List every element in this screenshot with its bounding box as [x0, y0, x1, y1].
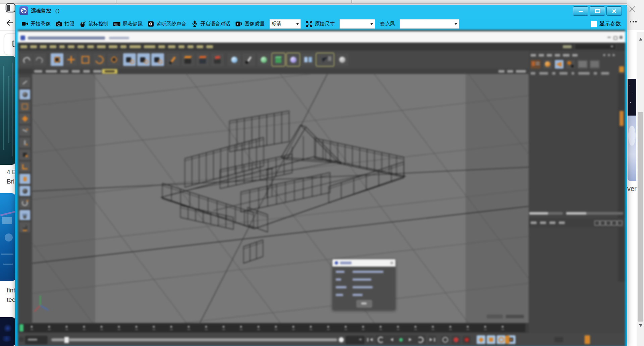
blurred-ui-element — [292, 326, 294, 328]
dropdown-arrow-icon — [369, 19, 375, 28]
c4d-app-icon — [20, 36, 25, 40]
frame-slider-thumb — [64, 337, 69, 343]
blurred-ui-element — [310, 329, 312, 330]
blurred-ui-element — [48, 329, 51, 330]
blurred-ui-element — [607, 37, 611, 38]
close-icon — [612, 9, 616, 13]
blurred-ui-element — [359, 339, 362, 340]
blurred-ui-element — [19, 337, 24, 342]
blurred-ui-element — [135, 329, 138, 330]
blurred-ui-element — [83, 329, 86, 330]
blurred-ui-element — [223, 326, 224, 328]
blurred-ui-element — [397, 329, 399, 330]
goto-start-button — [366, 336, 374, 344]
scrollbar-thumb[interactable] — [638, 112, 643, 322]
blurred-ui-element — [20, 53, 33, 66]
blurred-ui-element — [531, 54, 536, 57]
result-thumbnail[interactable] — [0, 56, 15, 165]
c4d-right-panel — [529, 51, 625, 333]
blurred-ui-element — [20, 45, 27, 48]
blurred-ui-element — [228, 53, 240, 66]
more-options-icon[interactable] — [630, 21, 631, 22]
blurred-ui-element — [554, 337, 563, 342]
blurred-ui-element — [600, 220, 605, 226]
blurred-ui-element — [118, 329, 120, 330]
blurred-ui-element — [539, 54, 544, 57]
keyframe-button — [487, 335, 495, 344]
blurred-ui-element — [151, 53, 164, 66]
show-params-toggle[interactable]: 显示参数 — [591, 20, 621, 27]
voice-chat-button[interactable]: 开启语音对话 — [191, 20, 230, 27]
blurred-ui-element — [211, 53, 224, 66]
video-camera-icon — [21, 20, 29, 27]
prev-frame-button — [387, 336, 395, 344]
blurred-ui-element — [153, 326, 155, 328]
blurred-ui-element — [197, 45, 203, 48]
blurred-ui-element — [379, 329, 382, 330]
size-select[interactable] — [339, 19, 375, 29]
blurred-ui-element — [531, 72, 535, 75]
blurred-ui-element — [620, 36, 623, 39]
scroll-up-icon[interactable] — [639, 36, 642, 41]
browser-sidebar-icon[interactable] — [5, 3, 16, 13]
back-arrow-icon[interactable] — [5, 17, 16, 28]
remote-window-titlebar[interactable]: 远程监控 （） — [15, 5, 627, 16]
take-photo-button[interactable]: 拍照 — [55, 20, 74, 27]
blurred-ui-element — [559, 221, 565, 224]
blurred-ui-element — [275, 329, 277, 330]
start-recording-button[interactable]: 开始录像 — [21, 20, 51, 27]
blurred-ui-element — [547, 54, 552, 57]
more-options-icon[interactable] — [635, 21, 637, 22]
microphone-select[interactable] — [399, 19, 459, 29]
c4d-menubar — [18, 43, 625, 51]
blurred-ui-element — [517, 335, 521, 344]
blurred-ui-element — [40, 45, 47, 48]
close-icon[interactable] — [629, 5, 636, 13]
blurred-ui-element — [608, 54, 610, 56]
c4d-info-dialog — [332, 259, 395, 310]
blurred-ui-element — [19, 138, 30, 148]
blurred-ui-element — [257, 329, 260, 330]
remote-desktop-feed[interactable] — [18, 30, 625, 346]
c4d-viewport-menubar — [32, 69, 529, 74]
blurred-ui-element — [205, 329, 208, 330]
result-title-line: fint — [7, 287, 15, 294]
dropdown-arrow-icon — [294, 19, 301, 28]
blurred-ui-element — [65, 329, 68, 330]
blurred-ui-element — [531, 60, 541, 69]
record-button — [452, 336, 460, 344]
panel-edge-strip — [618, 74, 625, 282]
image-quality-select[interactable]: 标清 — [269, 19, 301, 29]
result-thumbnail[interactable] — [628, 79, 636, 181]
minimize-button[interactable] — [573, 6, 588, 16]
blurred-ui-element — [188, 326, 190, 328]
blurred-ui-element — [19, 222, 30, 232]
maximize-button[interactable] — [590, 6, 605, 16]
blurred-ui-element — [77, 45, 84, 48]
listen-system-sound-button[interactable]: 监听系统声音 — [147, 20, 186, 27]
blurred-ui-element — [178, 45, 184, 48]
blurred-ui-element — [93, 53, 106, 66]
mouse-icon — [79, 20, 86, 27]
blurred-ui-element — [559, 72, 568, 75]
panel-tab-orange — [619, 66, 624, 72]
result-thumbnail[interactable] — [0, 193, 15, 281]
blurred-ui-element — [563, 54, 570, 57]
keyframe-button — [477, 335, 485, 344]
result-title-line: tec — [7, 296, 15, 303]
blurred-ui-element — [611, 220, 617, 226]
result-thumbnail[interactable] — [0, 317, 15, 346]
blurred-ui-element — [555, 54, 560, 57]
mouse-control-button[interactable]: 鼠标控制 — [79, 20, 108, 27]
blurred-ui-element — [167, 53, 179, 66]
block-input-button[interactable]: 屏蔽键鼠 — [113, 20, 143, 27]
more-options-icon[interactable] — [633, 21, 634, 22]
original-size-label: 原始尺寸 — [306, 20, 335, 27]
record-icon-orange — [585, 335, 590, 344]
blurred-ui-element — [240, 326, 242, 328]
close-button[interactable] — [606, 6, 622, 16]
scroll-down-icon[interactable] — [639, 324, 642, 329]
blurred-ui-element — [563, 45, 572, 48]
blurred-ui-element — [502, 326, 503, 328]
blurred-ui-element — [501, 329, 504, 330]
